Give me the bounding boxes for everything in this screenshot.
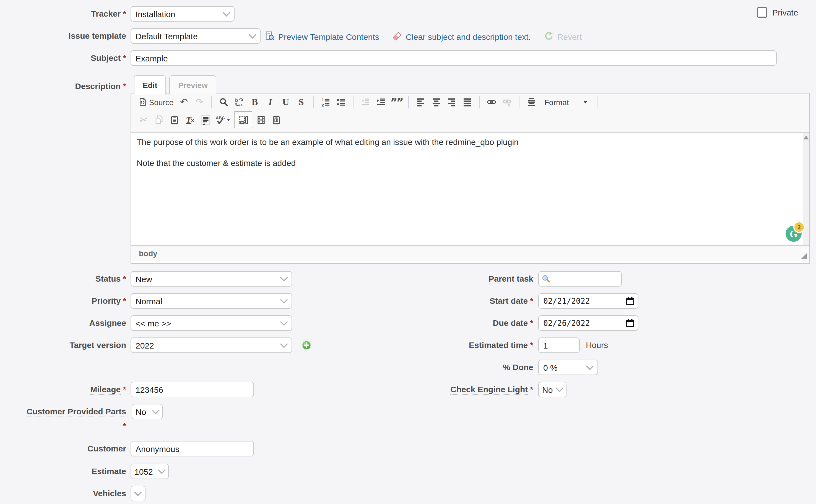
strikethrough-icon[interactable]: S [294,95,308,109]
paste-icon[interactable] [168,113,181,127]
source-label: Source [149,98,174,106]
percent-done-row: % Done 0 % [0,360,816,378]
outdent-icon[interactable] [358,95,372,109]
underline-icon[interactable]: U [279,95,293,109]
status-select[interactable]: New [131,271,292,287]
bulleted-list-icon[interactable] [334,95,348,109]
align-left-icon[interactable] [414,95,428,109]
grammarly-icon[interactable]: G 2 [786,226,802,242]
clear-subject-description-link[interactable]: Clear subject and description text. [393,31,531,42]
check-engine-light-label: Check Engine Light* [310,382,533,397]
estimated-time-label: Estimated time* [310,337,533,353]
paste-text-icon[interactable]: T [269,113,283,127]
editor-footer: body [131,245,809,261]
element-path[interactable]: body [139,249,157,258]
mileage-input[interactable] [131,382,254,397]
toolbar-separator [597,96,598,108]
customer-label: Customer [0,441,126,456]
description-line-2: Note that the customer & estimate is add… [131,158,809,169]
chevron-down-icon [280,274,288,282]
required-marker: * [123,385,126,394]
required-marker: * [123,274,126,283]
resize-handle-icon[interactable] [801,253,807,259]
due-date-input[interactable] [538,315,638,331]
media-film-icon[interactable] [254,113,268,127]
customer-provided-parts-row: Customer Provided Parts No [0,404,816,423]
issue-template-value: Default Template [136,31,198,41]
replace-icon[interactable]: ba [232,95,246,109]
estimated-time-input[interactable] [538,337,580,353]
format-dropdown[interactable]: Format [540,98,592,106]
spellcheck-icon[interactable]: ABC [214,113,232,127]
align-right-icon[interactable] [445,95,459,109]
page-text-icon[interactable] [199,113,212,127]
toolbar-separator [211,96,212,108]
priority-label: Priority* [0,293,126,309]
parent-task-input[interactable] [539,272,621,286]
estimate-select[interactable]: 1052 [131,464,169,479]
chevron-down-icon [586,362,594,370]
status-label: Status* [0,271,126,287]
required-marker: * [123,81,126,91]
search-icon[interactable] [217,95,231,109]
check-engine-light-select[interactable]: No [538,382,566,397]
eraser-icon [393,31,402,42]
chevron-down-icon [555,385,563,392]
scrollbar-up-arrow[interactable] [803,136,809,139]
customer-row: Customer [0,441,816,460]
percent-done-select[interactable]: 0 % [538,360,598,375]
vehicles-select[interactable] [131,486,145,501]
customer-provided-parts-select[interactable]: No [132,404,163,419]
priority-row: Priority* Normal Start date* [0,293,816,312]
link-icon[interactable] [485,95,498,109]
bold-icon[interactable]: B [248,95,262,109]
svg-text:x: x [508,103,510,107]
align-center-icon[interactable] [429,95,443,109]
tab-edit[interactable]: Edit [134,75,166,95]
tracker-row: Tracker* Installation [0,6,816,25]
status-value: New [136,274,152,284]
priority-select[interactable]: Normal [131,293,292,309]
chevron-down-icon [134,489,141,496]
tab-preview[interactable]: Preview [170,75,217,94]
customer-input[interactable] [131,441,254,456]
redo-icon[interactable]: ↷ [193,95,206,109]
chevron-down-icon [280,296,288,304]
customer-provided-parts-value: No [136,407,146,416]
blockquote-icon[interactable]: ”” [389,95,403,109]
cut-icon[interactable]: ✂ [137,113,150,127]
required-marker: * [0,421,126,431]
assignee-select[interactable]: << me >> [131,315,292,331]
subject-input[interactable] [131,50,777,66]
start-date-input[interactable] [538,293,638,309]
placeholder-box-icon[interactable] [234,111,252,128]
italic-icon[interactable]: I [263,95,277,109]
svg-text:1: 1 [322,98,324,102]
preview-template-link[interactable]: Preview Template Contents [265,31,379,42]
assignee-label: Assignee [0,315,126,331]
caret-down-icon [583,101,588,103]
parent-task-label: Parent task [310,271,533,287]
undo-icon[interactable]: ↶ [177,95,191,109]
edit-issue-form: Tracker* Installation Private Issue temp… [0,0,816,504]
description-content[interactable]: The purpose of this work order is to be … [131,133,809,245]
estimate-label: Estimate [0,464,126,479]
remove-format-icon[interactable]: Tx [183,113,197,127]
tracker-select[interactable]: Installation [131,6,235,22]
toolbar-separator [519,96,519,108]
private-checkbox[interactable] [757,7,767,18]
revert-link[interactable]: Revert [544,31,582,42]
unlink-icon[interactable]: x [500,95,514,109]
chevron-down-icon [248,31,256,39]
target-version-select[interactable]: 2022 [131,337,292,353]
indent-icon[interactable] [374,95,388,109]
start-date-label: Start date* [310,293,533,309]
svg-text:2: 2 [322,103,324,107]
paragraph-lines-icon[interactable] [524,95,538,109]
source-button[interactable]: Source [137,95,175,109]
numbered-list-icon[interactable]: 12 [319,95,332,109]
justify-icon[interactable] [460,95,474,109]
vehicles-row: Vehicles [0,486,816,504]
copy-icon[interactable] [152,113,166,127]
issue-template-select[interactable]: Default Template [131,28,261,44]
